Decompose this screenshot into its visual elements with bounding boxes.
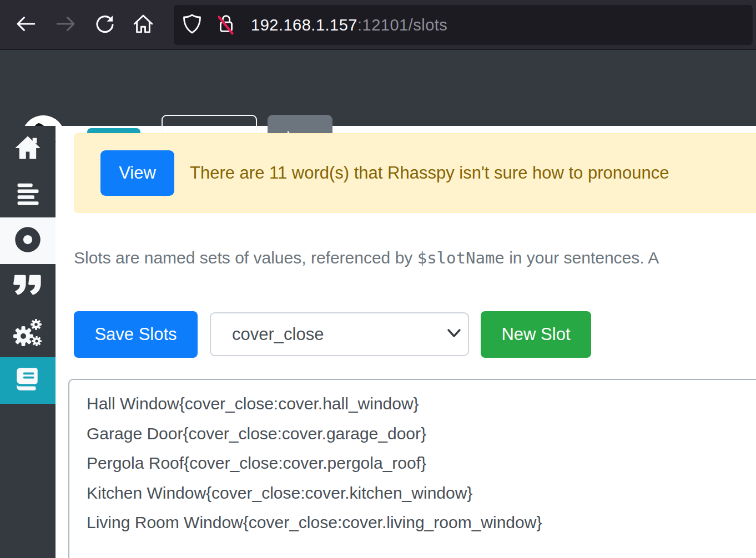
sidebar-item-home[interactable] — [0, 126, 56, 171]
browser-toolbar: 192.168.1.157:12101/slots — [0, 0, 756, 50]
sidebar-item-docs[interactable] — [0, 357, 56, 404]
save-slots-button[interactable]: Save Slots — [74, 311, 198, 358]
slot-select[interactable]: cover_close — [210, 312, 469, 356]
shield-icon[interactable] — [181, 13, 203, 37]
browser-back-button[interactable] — [12, 12, 39, 38]
sidebar — [0, 126, 56, 558]
browser-home-button[interactable] — [130, 12, 157, 38]
sidebar-item-slots[interactable] — [0, 217, 56, 264]
browser-forward-button[interactable] — [53, 12, 79, 38]
home-outline-icon — [132, 12, 155, 38]
back-arrow-icon — [14, 12, 37, 38]
view-button[interactable]: View — [100, 150, 174, 196]
align-left-icon — [13, 179, 42, 210]
slots-description: Slots are named sets of values, referenc… — [74, 245, 756, 271]
sidebar-item-sentences[interactable] — [0, 171, 56, 217]
slot-values-textarea[interactable] — [68, 379, 756, 558]
record-circle-icon — [13, 225, 42, 256]
sidebar-item-settings[interactable] — [0, 311, 56, 357]
reload-icon — [93, 12, 117, 38]
home-icon — [13, 133, 42, 164]
app-header: 2.5.11 Slots Log — [0, 50, 756, 126]
slotname-code: $slotName — [417, 248, 505, 267]
book-icon — [14, 366, 42, 395]
new-slot-button[interactable]: New Slot — [481, 311, 591, 358]
pronounce-warning-banner: View There are 11 word(s) that Rhasspy i… — [74, 133, 756, 213]
sidebar-item-words[interactable] — [0, 264, 56, 311]
cogs-icon — [12, 317, 43, 351]
quote-icon — [13, 271, 43, 303]
lock-insecure-icon[interactable] — [213, 11, 239, 39]
warning-message: There are 11 word(s) that Rhasspy isn't … — [190, 163, 669, 183]
address-bar[interactable]: 192.168.1.157:12101/slots — [174, 5, 753, 45]
browser-reload-button[interactable] — [92, 12, 118, 38]
url-text: 192.168.1.157:12101/slots — [251, 16, 447, 34]
forward-arrow-icon — [54, 12, 78, 38]
